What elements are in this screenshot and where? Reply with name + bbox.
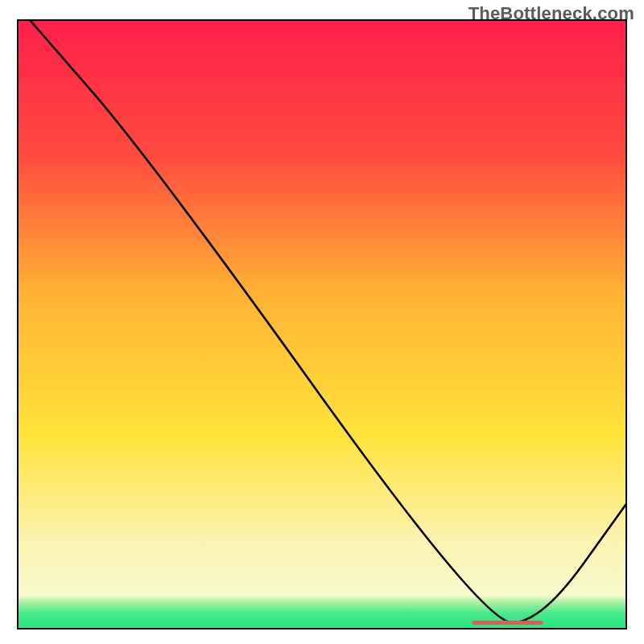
bottleneck-chart <box>0 0 644 644</box>
watermark-text: TheBottleneck.com <box>469 3 634 24</box>
chart-stage: TheBottleneck.com <box>0 0 644 644</box>
